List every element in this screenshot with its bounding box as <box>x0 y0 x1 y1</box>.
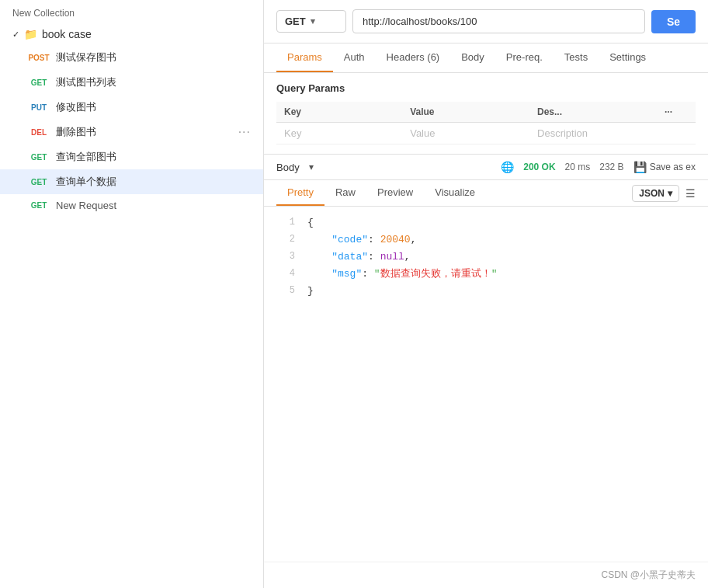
code-content: } <box>307 283 314 300</box>
param-value-input[interactable] <box>410 127 522 139</box>
code-content: "msg": "数据查询失败，请重试！" <box>307 266 497 283</box>
code-view: 1 { 2 "code": 20040, 3 "data": null, 4 "… <box>264 207 708 562</box>
method-badge-get: GET <box>28 78 50 87</box>
tab-params[interactable]: Params <box>276 43 333 72</box>
params-row-empty <box>276 123 696 144</box>
resp-tab-visualize[interactable]: Visualize <box>424 180 486 206</box>
save-icon: 💾 <box>633 161 647 173</box>
line-number: 3 <box>276 249 295 264</box>
sidebar-folder[interactable]: ✓ 📁 book case <box>0 23 263 45</box>
sidebar-item-del-delete[interactable]: DEL 删除图书 ··· <box>0 120 263 144</box>
sidebar-item-label: 删除图书 <box>56 125 232 139</box>
globe-icon: 🌐 <box>501 161 514 173</box>
code-line-2: 2 "code": 20040, <box>276 231 696 249</box>
url-input[interactable] <box>352 9 645 33</box>
method-badge-get: GET <box>28 153 50 162</box>
send-button[interactable]: Se <box>651 10 696 33</box>
json-format-label: JSON <box>639 188 665 199</box>
method-select-value: GET <box>285 16 306 27</box>
sidebar-item-label: 修改图书 <box>56 100 251 114</box>
save-as-button[interactable]: 💾 Save as ex <box>633 161 696 173</box>
footer-watermark: CSDN @小黑子史蒂夫 <box>264 562 708 588</box>
col-header-more: ··· <box>657 102 680 123</box>
sidebar-item-label: 查询全部图书 <box>56 150 251 164</box>
code-line-4: 4 "msg": "数据查询失败，请重试！" <box>276 266 696 283</box>
method-badge-get: GET <box>28 178 50 186</box>
tab-headers[interactable]: Headers (6) <box>376 43 451 72</box>
response-time: 20 ms <box>565 162 591 172</box>
url-bar: GET ▾ Se <box>264 0 708 43</box>
save-as-label: Save as ex <box>650 162 696 172</box>
col-header-desc: Des... <box>529 102 657 123</box>
sidebar-item-label: 测试保存图书 <box>56 50 251 64</box>
response-dropdown[interactable]: ▾ <box>309 162 314 172</box>
code-content: "data": null, <box>307 249 411 266</box>
param-key-input[interactable] <box>284 127 394 139</box>
response-tabs-bar: Pretty Raw Preview Visualize JSON ▾ ☰ <box>264 180 708 207</box>
col-header-value: Value <box>402 102 529 123</box>
response-size: 232 B <box>599 162 623 172</box>
code-line-5: 5 } <box>276 283 696 300</box>
main-panel: GET ▾ Se Params Auth Headers (6) Body Pr… <box>264 0 708 588</box>
watermark-text: CSDN @小黑子史蒂夫 <box>601 569 696 580</box>
status-badge: 200 OK <box>523 162 555 172</box>
method-badge-del: DEL <box>28 128 50 137</box>
sidebar-new-collection-label: New Collection <box>0 0 263 23</box>
tab-settings[interactable]: Settings <box>599 43 657 72</box>
params-title: Query Params <box>276 82 696 94</box>
folder-icon: 📁 <box>24 28 37 40</box>
method-badge-post: POST <box>28 54 50 62</box>
resp-tab-preview[interactable]: Preview <box>366 180 424 206</box>
resp-tab-pretty[interactable]: Pretty <box>276 180 324 206</box>
sidebar-item-label: 测试图书列表 <box>56 75 251 89</box>
sidebar-item-put-edit[interactable]: PUT 修改图书 <box>0 95 263 120</box>
sidebar-items-list: POST 测试保存图书 GET 测试图书列表 PUT 修改图书 DEL 删除图书… <box>0 45 263 194</box>
sidebar-item-label: 查询单个数据 <box>56 175 251 189</box>
method-select[interactable]: GET ▾ <box>276 10 346 33</box>
line-number: 2 <box>276 231 295 247</box>
filter-icon[interactable]: ☰ <box>685 187 696 200</box>
method-badge-put: PUT <box>28 103 50 112</box>
line-number: 4 <box>276 266 295 281</box>
code-line-1: 1 { <box>276 214 696 231</box>
code-line-3: 3 "data": null, <box>276 249 696 266</box>
folder-name: book case <box>42 28 92 40</box>
code-content: { <box>307 214 314 231</box>
tab-auth[interactable]: Auth <box>333 43 376 72</box>
params-table: Key Value Des... ··· <box>276 102 696 144</box>
sidebar-item-get-list[interactable]: GET 测试图书列表 <box>0 70 263 95</box>
sidebar-item-get-all[interactable]: GET 查询全部图书 <box>0 144 263 169</box>
line-number: 5 <box>276 283 295 298</box>
new-request-label: New Request <box>56 200 116 211</box>
col-header-add <box>680 102 696 123</box>
param-desc-input[interactable] <box>537 127 649 139</box>
chevron-down-icon: ▾ <box>668 188 672 199</box>
chevron-down-icon: ✓ <box>12 30 19 40</box>
json-format-selector[interactable]: JSON ▾ <box>632 185 679 202</box>
sidebar: New Collection ✓ 📁 book case POST 测试保存图书… <box>0 0 264 588</box>
chevron-down-icon: ▾ <box>311 16 315 26</box>
method-badge-get-new: GET <box>28 201 50 210</box>
tab-prereq[interactable]: Pre-req. <box>495 43 554 72</box>
col-header-key: Key <box>276 102 402 123</box>
request-tabs-bar: Params Auth Headers (6) Body Pre-req. Te… <box>264 43 708 73</box>
params-section: Query Params Key Value Des... ··· <box>264 73 708 154</box>
tab-body[interactable]: Body <box>450 43 495 72</box>
code-content: "code": 20040, <box>307 231 416 249</box>
tab-tests[interactable]: Tests <box>554 43 599 72</box>
item-more-dots[interactable]: ··· <box>238 125 251 139</box>
chevron-down-icon: ▾ <box>309 162 314 172</box>
line-number: 1 <box>276 214 295 230</box>
sidebar-new-request[interactable]: GET New Request <box>0 194 263 217</box>
sidebar-item-post-save[interactable]: POST 测试保存图书 <box>0 45 263 70</box>
sidebar-item-get-single[interactable]: GET 查询单个数据 <box>0 169 263 194</box>
response-body-label: Body <box>276 162 300 173</box>
response-bar: Body ▾ 🌐 200 OK 20 ms 232 B 💾 Save as ex <box>264 154 708 180</box>
resp-tab-raw[interactable]: Raw <box>324 180 366 206</box>
